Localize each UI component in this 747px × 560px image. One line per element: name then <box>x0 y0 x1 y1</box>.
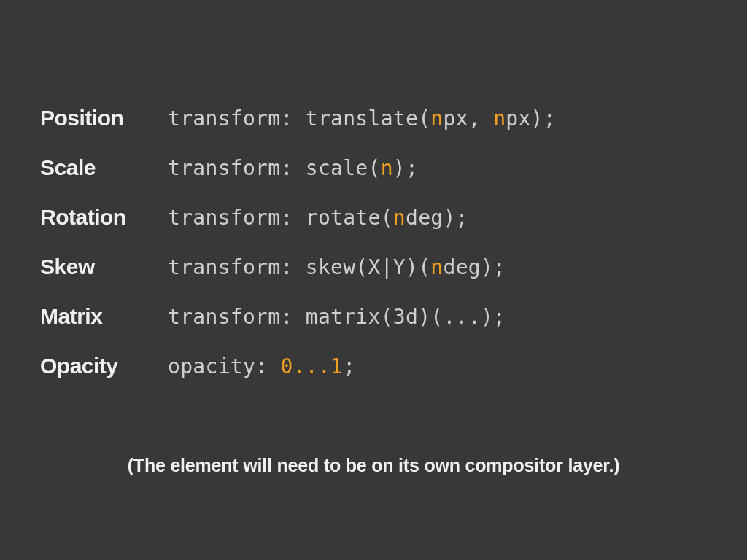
property-row: Positiontransform: translate(npx, npx); <box>40 106 718 131</box>
property-label: Skew <box>40 254 168 279</box>
property-code: transform: translate(npx, npx); <box>168 106 556 131</box>
property-row: Opacityopacity: 0...1; <box>40 354 718 378</box>
property-row: Scaletransform: scale(n); <box>40 155 718 180</box>
property-label: Position <box>40 106 168 131</box>
code-text: transform: translate( <box>168 106 430 131</box>
code-text: px, <box>443 106 493 131</box>
code-text: transform: scale( <box>168 156 381 180</box>
code-text: ; <box>343 354 355 378</box>
code-variable: n <box>493 106 506 131</box>
code-text: transform: matrix(3d)(...); <box>168 305 506 329</box>
property-row: Skewtransform: skew(X|Y)(ndeg); <box>40 254 718 279</box>
code-variable: n <box>381 156 393 180</box>
property-label: Opacity <box>40 354 168 378</box>
code-variable: n <box>430 106 443 131</box>
code-text: px); <box>506 106 556 131</box>
property-label: Scale <box>40 155 168 180</box>
code-variable: n <box>393 206 406 230</box>
code-text: deg); <box>406 206 468 230</box>
property-code: opacity: 0...1; <box>168 354 355 378</box>
code-text: transform: rotate( <box>168 206 393 230</box>
property-row: Rotationtransform: rotate(ndeg); <box>40 205 718 230</box>
code-text: ); <box>393 156 418 180</box>
code-text: deg); <box>443 255 506 279</box>
property-code: transform: scale(n); <box>168 156 418 180</box>
property-code: transform: skew(X|Y)(ndeg); <box>168 255 506 279</box>
property-label: Rotation <box>40 205 168 230</box>
properties-list: Positiontransform: translate(npx, npx);S… <box>40 106 718 403</box>
code-variable: 0...1 <box>280 354 343 378</box>
property-row: Matrixtransform: matrix(3d)(...); <box>40 304 718 329</box>
code-variable: n <box>430 255 443 279</box>
code-text: transform: skew(X|Y)( <box>168 255 430 279</box>
property-code: transform: matrix(3d)(...); <box>168 305 506 329</box>
property-label: Matrix <box>40 304 168 329</box>
code-text: opacity: <box>168 354 280 378</box>
footnote-text: (The element will need to be on its own … <box>0 455 747 476</box>
property-code: transform: rotate(ndeg); <box>168 206 468 230</box>
